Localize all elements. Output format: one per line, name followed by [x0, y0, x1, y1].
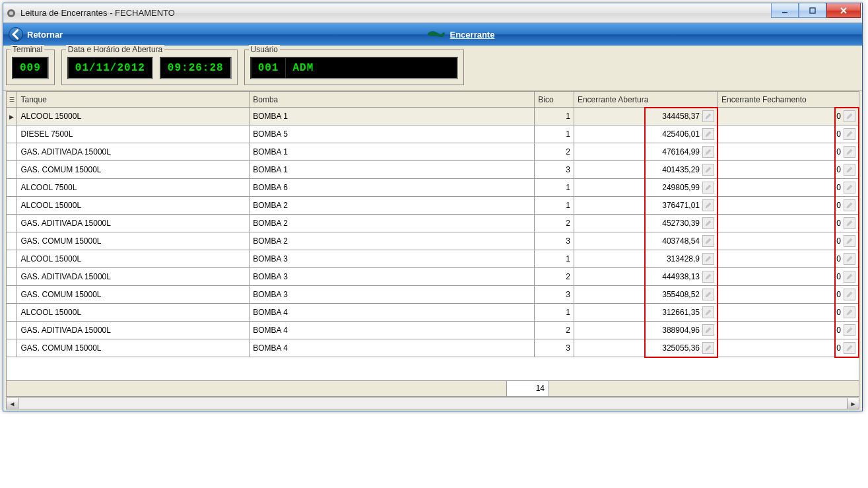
cell-abertura[interactable]: 444938,13: [574, 268, 718, 286]
edit-icon[interactable]: [844, 235, 855, 247]
cell-bomba[interactable]: BOMBA 4: [250, 339, 535, 357]
cell-tanque[interactable]: ALCOOL 15000L: [17, 108, 250, 125]
cell-abertura[interactable]: 313428,9: [574, 250, 718, 268]
cell-bomba[interactable]: BOMBA 5: [250, 125, 535, 143]
back-button[interactable]: Retornar: [27, 30, 63, 40]
data-grid[interactable]: ☰ Tanque Bomba Bico Encerrante Abertura …: [6, 91, 859, 357]
cell-bico[interactable]: 3: [535, 286, 574, 304]
edit-icon[interactable]: [702, 342, 714, 354]
table-row[interactable]: ALCOOL 15000LBOMBA 31313428,90: [7, 250, 859, 268]
cell-tanque[interactable]: GAS. COMUM 15000L: [17, 161, 250, 179]
cell-tanque[interactable]: GAS. ADITIVADA 15000L: [17, 215, 250, 232]
edit-icon[interactable]: [844, 306, 855, 318]
edit-icon[interactable]: [702, 235, 714, 247]
column-selector-button[interactable]: ☰: [7, 92, 17, 108]
table-row[interactable]: GAS. ADITIVADA 15000LBOMBA 22452730,390: [7, 215, 859, 232]
edit-icon[interactable]: [844, 289, 855, 300]
cell-bico[interactable]: 2: [535, 143, 574, 161]
cell-tanque[interactable]: GAS. ADITIVADA 15000L: [17, 143, 250, 161]
edit-icon[interactable]: [702, 146, 714, 158]
cell-bico[interactable]: 1: [535, 108, 574, 125]
cell-fechamento[interactable]: 0: [718, 304, 859, 322]
edit-icon[interactable]: [702, 110, 714, 122]
cell-tanque[interactable]: GAS. ADITIVADA 15000L: [17, 322, 250, 339]
cell-abertura[interactable]: 452730,39: [574, 215, 718, 232]
edit-icon[interactable]: [844, 217, 855, 229]
horizontal-scrollbar[interactable]: ◄ ►: [6, 398, 859, 409]
cell-bomba[interactable]: BOMBA 1: [250, 108, 535, 125]
cell-abertura[interactable]: 403748,54: [574, 232, 718, 250]
cell-bico[interactable]: 3: [535, 339, 574, 357]
edit-icon[interactable]: [844, 146, 855, 158]
scroll-right-button[interactable]: ►: [847, 398, 859, 409]
table-row[interactable]: GAS. COMUM 15000LBOMBA 33355408,520: [7, 286, 859, 304]
cell-bomba[interactable]: BOMBA 4: [250, 304, 535, 322]
cell-bico[interactable]: 2: [535, 268, 574, 286]
edit-icon[interactable]: [702, 182, 714, 193]
cell-tanque[interactable]: ALCOOL 15000L: [17, 197, 250, 215]
cell-fechamento[interactable]: 0: [718, 322, 859, 339]
close-button[interactable]: [826, 3, 861, 18]
table-row[interactable]: ALCOOL 15000LBOMBA 41312661,350: [7, 304, 859, 322]
cell-abertura[interactable]: 312661,35: [574, 304, 718, 322]
edit-icon[interactable]: [702, 271, 714, 283]
cell-tanque[interactable]: ALCOOL 15000L: [17, 250, 250, 268]
cell-bico[interactable]: 2: [535, 215, 574, 232]
cell-fechamento[interactable]: 0: [718, 268, 859, 286]
edit-icon[interactable]: [702, 306, 714, 318]
cell-bomba[interactable]: BOMBA 3: [250, 250, 535, 268]
cell-abertura[interactable]: 344458,37: [574, 108, 718, 125]
edit-icon[interactable]: [844, 110, 855, 122]
edit-icon[interactable]: [702, 217, 714, 229]
cell-fechamento[interactable]: 0: [718, 143, 859, 161]
cell-fechamento[interactable]: 0: [718, 286, 859, 304]
cell-fechamento[interactable]: 0: [718, 232, 859, 250]
cell-abertura[interactable]: 355408,52: [574, 286, 718, 304]
edit-icon[interactable]: [844, 253, 855, 265]
table-row[interactable]: ALCOOL 15000LBOMBA 21376471,010: [7, 197, 859, 215]
cell-fechamento[interactable]: 0: [718, 125, 859, 143]
column-header-tanque[interactable]: Tanque: [17, 92, 250, 108]
cell-bico[interactable]: 1: [535, 304, 574, 322]
table-row[interactable]: GAS. COMUM 15000LBOMBA 13401435,290: [7, 161, 859, 179]
cell-abertura[interactable]: 376471,01: [574, 197, 718, 215]
table-row[interactable]: DIESEL 7500LBOMBA 51425406,010: [7, 125, 859, 143]
edit-icon[interactable]: [702, 289, 714, 300]
table-row[interactable]: GAS. ADITIVADA 15000LBOMBA 12476164,990: [7, 143, 859, 161]
cell-abertura[interactable]: 388904,96: [574, 322, 718, 339]
maximize-button[interactable]: [799, 3, 826, 18]
cell-bico[interactable]: 1: [535, 125, 574, 143]
cell-bico[interactable]: 3: [535, 232, 574, 250]
cell-bomba[interactable]: BOMBA 3: [250, 268, 535, 286]
edit-icon[interactable]: [702, 128, 714, 140]
edit-icon[interactable]: [844, 324, 855, 336]
table-row[interactable]: GAS. COMUM 15000LBOMBA 23403748,540: [7, 232, 859, 250]
cell-tanque[interactable]: GAS. COMUM 15000L: [17, 232, 250, 250]
cell-tanque[interactable]: GAS. ADITIVADA 15000L: [17, 268, 250, 286]
cell-tanque[interactable]: ALCOOL 15000L: [17, 304, 250, 322]
edit-icon[interactable]: [702, 164, 714, 176]
cell-bomba[interactable]: BOMBA 2: [250, 215, 535, 232]
cell-tanque[interactable]: GAS. COMUM 15000L: [17, 339, 250, 357]
column-header-abertura[interactable]: Encerrante Abertura: [574, 92, 718, 108]
minimize-button[interactable]: [771, 3, 799, 18]
edit-icon[interactable]: [844, 342, 855, 354]
cell-abertura[interactable]: 249805,99: [574, 179, 718, 197]
cell-bomba[interactable]: BOMBA 1: [250, 143, 535, 161]
cell-tanque[interactable]: DIESEL 7500L: [17, 125, 250, 143]
column-header-fechamento[interactable]: Encerrante Fechamento: [718, 92, 859, 108]
cell-abertura[interactable]: 476164,99: [574, 143, 718, 161]
cell-abertura[interactable]: 325055,36: [574, 339, 718, 357]
cell-fechamento[interactable]: 0: [718, 339, 859, 357]
cell-tanque[interactable]: ALCOOL 7500L: [17, 179, 250, 197]
cell-bico[interactable]: 1: [535, 179, 574, 197]
cell-bomba[interactable]: BOMBA 2: [250, 232, 535, 250]
table-row[interactable]: GAS. COMUM 15000LBOMBA 43325055,360: [7, 339, 859, 357]
edit-icon[interactable]: [702, 253, 714, 265]
table-row[interactable]: ALCOOL 15000LBOMBA 11344458,370: [7, 108, 859, 125]
encerrante-button[interactable]: Encerrante: [426, 27, 495, 42]
edit-icon[interactable]: [844, 271, 855, 283]
back-icon[interactable]: [9, 27, 23, 42]
cell-bomba[interactable]: BOMBA 1: [250, 161, 535, 179]
column-header-bomba[interactable]: Bomba: [250, 92, 535, 108]
